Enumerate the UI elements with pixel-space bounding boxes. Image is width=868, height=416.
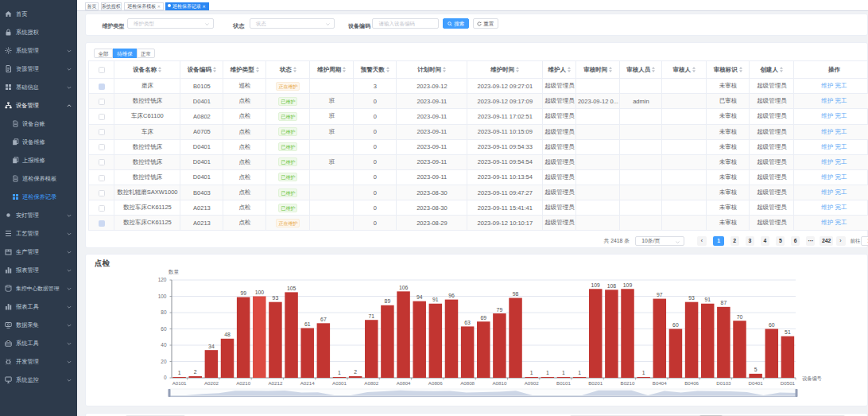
svg-text:A0810: A0810: [492, 380, 506, 386]
svg-text:100: 100: [255, 290, 265, 295]
svg-text:87: 87: [721, 300, 727, 305]
svg-text:96: 96: [448, 293, 455, 298]
svg-text:100: 100: [158, 294, 167, 299]
svg-text:1: 1: [562, 370, 565, 375]
svg-text:A0902: A0902: [525, 380, 539, 386]
svg-text:93: 93: [273, 295, 279, 301]
svg-text:108: 108: [607, 283, 617, 289]
svg-text:5: 5: [754, 367, 758, 372]
svg-text:48: 48: [224, 332, 231, 337]
svg-text:A0210: A0210: [236, 380, 250, 386]
svg-text:1: 1: [642, 370, 645, 375]
svg-text:2: 2: [354, 369, 357, 375]
svg-text:61: 61: [304, 321, 311, 327]
svg-text:A0214: A0214: [300, 380, 315, 386]
svg-text:67: 67: [320, 317, 327, 322]
svg-text:D0401: D0401: [748, 380, 763, 386]
svg-text:A0804: A0804: [397, 380, 411, 386]
svg-text:B0101: B0101: [556, 380, 571, 386]
svg-text:60: 60: [672, 322, 679, 328]
svg-text:1: 1: [546, 370, 549, 375]
svg-text:79: 79: [497, 307, 503, 313]
svg-text:97: 97: [657, 292, 663, 297]
svg-text:109: 109: [591, 282, 601, 288]
svg-text:0: 0: [164, 375, 167, 380]
svg-text:1: 1: [578, 370, 581, 375]
svg-text:94: 94: [417, 294, 423, 300]
svg-text:B0210: B0210: [621, 380, 635, 386]
svg-text:点检: 点检: [95, 259, 110, 267]
svg-text:51: 51: [785, 329, 791, 335]
svg-text:A0202: A0202: [204, 380, 219, 386]
svg-text:D0501: D0501: [781, 380, 796, 386]
svg-text:105: 105: [287, 286, 296, 291]
svg-text:A0212: A0212: [268, 380, 282, 386]
svg-text:70: 70: [737, 314, 743, 320]
svg-text:A0808: A0808: [460, 380, 475, 386]
svg-text:1: 1: [178, 370, 181, 375]
svg-text:93: 93: [688, 295, 695, 301]
svg-text:69: 69: [481, 315, 487, 321]
svg-text:80: 80: [161, 309, 167, 315]
svg-text:34: 34: [208, 344, 215, 349]
svg-text:数量: 数量: [168, 269, 180, 274]
svg-text:98: 98: [513, 291, 519, 297]
svg-text:109: 109: [623, 282, 633, 288]
svg-text:63: 63: [464, 320, 471, 325]
svg-text:1: 1: [338, 370, 341, 375]
svg-text:106: 106: [399, 285, 409, 290]
svg-text:89: 89: [385, 298, 391, 304]
svg-text:A0806: A0806: [428, 380, 443, 386]
svg-text:设备编号: 设备编号: [802, 375, 822, 382]
svg-text:1: 1: [530, 370, 533, 375]
svg-text:B0404: B0404: [653, 380, 667, 386]
svg-text:40: 40: [161, 342, 167, 348]
svg-text:A0101: A0101: [172, 380, 187, 386]
svg-text:A0301: A0301: [332, 380, 347, 386]
svg-text:71: 71: [369, 313, 375, 319]
svg-text:A0802: A0802: [364, 380, 378, 386]
svg-text:60: 60: [161, 326, 167, 332]
svg-text:B0201: B0201: [588, 380, 603, 386]
svg-text:91: 91: [432, 297, 439, 302]
svg-text:99: 99: [240, 290, 246, 296]
svg-text:60: 60: [769, 322, 775, 328]
svg-text:D0103: D0103: [716, 380, 731, 386]
svg-text:B0406: B0406: [684, 380, 699, 386]
svg-text:20: 20: [161, 359, 167, 364]
svg-text:2: 2: [194, 369, 197, 375]
svg-text:120: 120: [158, 277, 167, 282]
svg-text:91: 91: [704, 297, 711, 302]
